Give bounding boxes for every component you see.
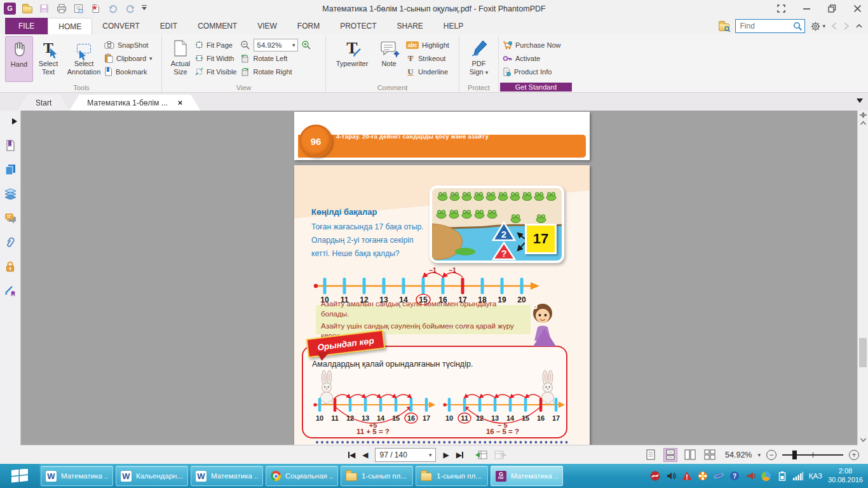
- bookmark-button[interactable]: Bookmark: [104, 66, 153, 77]
- search-icon[interactable]: [793, 22, 803, 31]
- layers-panel-icon[interactable]: [4, 188, 16, 200]
- tray-app-icon-red[interactable]: [650, 471, 660, 481]
- actual-size-button[interactable]: Actual Size: [166, 36, 195, 82]
- next-page-button[interactable]: ▶: [443, 451, 449, 459]
- taskbar-item-foxit[interactable]: GPDFМатематика ...: [491, 466, 563, 486]
- snapshot-button[interactable]: SnapShot: [104, 39, 153, 50]
- fullscreen-icon[interactable]: [776, 4, 785, 13]
- page-number-field[interactable]: 97 / 140▾: [375, 448, 436, 462]
- rotate-right-button[interactable]: Rotate Right: [240, 66, 311, 77]
- start-button[interactable]: [0, 464, 39, 488]
- note-button[interactable]: Note: [374, 36, 403, 82]
- tab-file[interactable]: FILE: [5, 18, 48, 34]
- underline-button[interactable]: UUnderline: [406, 66, 449, 77]
- scrollbar-split-icon[interactable]: [860, 112, 867, 119]
- select-text-button[interactable]: T Select Text: [33, 36, 64, 82]
- close-icon[interactable]: [853, 4, 862, 13]
- scroll-down-icon[interactable]: [860, 437, 867, 444]
- tray-app-icon-flower[interactable]: [698, 471, 708, 481]
- purchase-now-button[interactable]: Purchase Now: [503, 39, 561, 50]
- previous-page-button[interactable]: ◀: [362, 451, 368, 459]
- zoom-out-icon[interactable]: [240, 40, 250, 50]
- network-signal-icon[interactable]: [793, 471, 803, 481]
- pdf-sign-button[interactable]: PDF Sign ▾: [463, 36, 494, 82]
- last-page-button[interactable]: ▶: [456, 451, 463, 459]
- zoom-controls: 54.92% ▾ − +: [644, 445, 859, 464]
- zoom-level-combobox[interactable]: 54.92%▾: [254, 39, 298, 51]
- fit-width-button[interactable]: Fit Width: [195, 53, 236, 64]
- bookmarks-panel-icon[interactable]: [4, 140, 16, 151]
- taskbar-item-word-3[interactable]: WМатематика ...: [191, 466, 263, 486]
- restore-icon[interactable]: [827, 4, 836, 13]
- taskbar-item-word-2[interactable]: WКальендарн...: [116, 466, 188, 486]
- tab-edit[interactable]: EDIT: [150, 18, 187, 34]
- zoom-out-button[interactable]: −: [766, 450, 776, 460]
- activate-button[interactable]: Activate: [503, 53, 561, 64]
- warning-icon[interactable]: [682, 471, 692, 481]
- scroll-up-icon[interactable]: [860, 120, 867, 127]
- tab-share[interactable]: SHARE: [386, 18, 433, 34]
- tab-view[interactable]: VIEW: [247, 18, 287, 34]
- taskbar-item-folder-2[interactable]: 1-сынып пл...: [416, 466, 488, 486]
- expand-panel-icon[interactable]: [9, 116, 20, 127]
- pages-panel-icon[interactable]: [4, 164, 16, 175]
- tab-list-dropdown-icon[interactable]: [857, 98, 863, 106]
- taskbar-item-folder-1[interactable]: 1-сынып пл...: [341, 466, 413, 486]
- vertical-scrollbar[interactable]: [857, 111, 868, 445]
- zoom-in-button[interactable]: +: [849, 450, 859, 460]
- zoom-slider[interactable]: [782, 451, 843, 459]
- previous-view-icon[interactable]: [475, 450, 487, 459]
- tab-home[interactable]: HOME: [48, 18, 92, 34]
- minimize-icon[interactable]: [802, 4, 811, 13]
- clipboard-button[interactable]: Clipboard▾: [104, 53, 153, 64]
- facing-view-icon[interactable]: [683, 448, 697, 462]
- tray-app-icon-question[interactable]: ?: [729, 471, 740, 481]
- clock[interactable]: 2:08 30.08.2016: [828, 467, 863, 485]
- tab-close-icon[interactable]: ×: [178, 98, 183, 107]
- zoom-slider-thumb[interactable]: [792, 451, 797, 459]
- taskbar-item-word-1[interactable]: WМатематика ...: [41, 466, 113, 486]
- comments-panel-icon[interactable]: [4, 212, 16, 224]
- tray-app-icon-sphere[interactable]: [761, 471, 771, 481]
- security-panel-icon[interactable]: [4, 261, 16, 272]
- zoom-dropdown-icon[interactable]: ▾: [757, 452, 761, 458]
- doc-tab-start[interactable]: Start: [18, 95, 69, 111]
- find-previous-icon[interactable]: [831, 22, 837, 30]
- zoom-in-icon[interactable]: [301, 40, 311, 50]
- taskbar-item-chrome[interactable]: Социальная ...: [266, 466, 338, 486]
- search-folder-icon[interactable]: [719, 22, 729, 31]
- continuous-view-icon[interactable]: [663, 448, 677, 462]
- battery-icon[interactable]: [777, 471, 787, 481]
- signature-panel-icon[interactable]: [4, 285, 16, 296]
- language-indicator[interactable]: ҚАЗ: [809, 472, 822, 480]
- continuous-facing-view-icon[interactable]: [703, 448, 717, 462]
- tab-protect[interactable]: PROTECT: [330, 18, 386, 34]
- fit-page-button[interactable]: Fit Page: [195, 39, 236, 50]
- title-bar: G Математика 1-бөлім 1-сынып оқулық.pdf …: [0, 0, 868, 18]
- find-next-icon[interactable]: [843, 22, 850, 30]
- single-page-view-icon[interactable]: [644, 448, 658, 462]
- collapse-ribbon-icon[interactable]: [855, 23, 863, 29]
- find-options-gear-icon[interactable]: ▾: [811, 22, 825, 31]
- next-view-icon[interactable]: [494, 450, 506, 459]
- tray-app-icon-horn[interactable]: [745, 471, 756, 481]
- first-page-button[interactable]: ◀: [348, 451, 355, 459]
- hand-tool-button[interactable]: Hand: [5, 36, 33, 82]
- tray-app-icon-planet[interactable]: [714, 471, 724, 481]
- strikeout-button[interactable]: TStrikeout: [406, 53, 449, 64]
- tab-comment[interactable]: COMMENT: [187, 18, 247, 34]
- tab-convert[interactable]: CONVERT: [92, 18, 149, 34]
- select-annotation-button[interactable]: Select Annotation: [64, 36, 104, 82]
- volume-icon[interactable]: [666, 471, 676, 481]
- rotate-left-button[interactable]: Rotate Left: [240, 53, 311, 64]
- tab-help[interactable]: HELP: [433, 18, 473, 34]
- attachments-panel-icon[interactable]: [4, 236, 16, 248]
- highlight-button[interactable]: abcHighlight: [406, 39, 449, 50]
- fit-visible-button[interactable]: Fit Visible: [195, 66, 236, 77]
- tab-form[interactable]: FORM: [287, 18, 330, 34]
- doc-tab-document[interactable]: Математика 1-бөлім ...×: [69, 95, 200, 111]
- chapter-title: 4-тарау. 20-ға дейінгі сандарды қосу жән…: [336, 112, 489, 160]
- typewriter-button[interactable]: T Typewriter: [330, 36, 374, 82]
- scrollbar-thumb[interactable]: [859, 338, 867, 367]
- product-info-button[interactable]: Product Info: [503, 66, 561, 77]
